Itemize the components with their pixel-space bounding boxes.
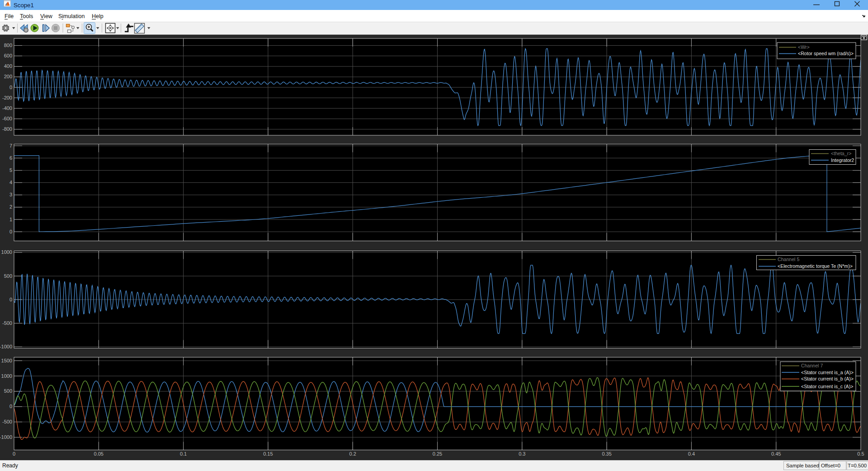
svg-text:200: 200	[4, 74, 12, 79]
svg-text:Offset=0: Offset=0	[821, 463, 840, 468]
svg-text:0: 0	[9, 229, 12, 234]
svg-text:-500: -500	[2, 419, 12, 424]
svg-text:0.3: 0.3	[519, 451, 525, 457]
svg-text:<theta_r>: <theta_r>	[831, 151, 851, 156]
svg-text:2: 2	[9, 204, 12, 209]
svg-text:File: File	[5, 13, 14, 19]
svg-text:5: 5	[9, 167, 12, 173]
svg-text:4: 4	[9, 180, 12, 185]
svg-text:0: 0	[9, 85, 12, 90]
svg-text:1000: 1000	[1, 373, 12, 379]
svg-text:0.5: 0.5	[857, 451, 864, 457]
svg-text:-1000: -1000	[0, 434, 12, 440]
svg-text:6: 6	[9, 155, 12, 161]
svg-text:500: 500	[4, 388, 12, 394]
svg-text:500: 500	[4, 273, 12, 279]
svg-text:0: 0	[9, 297, 12, 302]
svg-text:0.45: 0.45	[771, 451, 781, 457]
svg-text:<Wr>: <Wr>	[798, 44, 810, 50]
svg-text:-600: -600	[2, 116, 12, 121]
svg-text:0.2: 0.2	[349, 451, 356, 457]
svg-text:Tools: Tools	[20, 13, 33, 19]
svg-text:-1000: -1000	[0, 344, 12, 349]
svg-text:View: View	[40, 13, 53, 19]
svg-text:<Stator current is_a (A)>: <Stator current is_a (A)>	[801, 370, 854, 375]
svg-text:0: 0	[13, 451, 15, 457]
svg-text:Channel 5: Channel 5	[778, 257, 799, 262]
svg-text:600: 600	[4, 53, 12, 58]
svg-text:-200: -200	[2, 95, 12, 100]
svg-text:800: 800	[4, 43, 12, 48]
svg-text:-400: -400	[2, 105, 12, 111]
svg-text:<Stator current is_c (A)>: <Stator current is_c (A)>	[801, 384, 853, 389]
svg-text:1: 1	[9, 217, 12, 222]
svg-text:0.05: 0.05	[94, 451, 104, 457]
svg-text:Simulation: Simulation	[58, 13, 85, 19]
svg-text:Channel 7: Channel 7	[801, 363, 823, 368]
svg-text:0: 0	[9, 404, 12, 409]
svg-text:-500: -500	[2, 320, 12, 326]
svg-text:<Rotor speed wm (rad/s)>: <Rotor speed wm (rad/s)>	[798, 51, 854, 56]
svg-text:Help: Help	[92, 13, 104, 19]
svg-text:0.35: 0.35	[602, 451, 611, 457]
svg-text:Scope1: Scope1	[14, 2, 34, 9]
svg-text:7: 7	[9, 143, 12, 148]
svg-text:0.4: 0.4	[688, 451, 695, 457]
svg-text:Integrator2: Integrator2	[831, 157, 854, 163]
svg-text:0.15: 0.15	[263, 451, 273, 457]
svg-text:1500: 1500	[1, 358, 12, 363]
svg-text:1000: 1000	[1, 249, 12, 255]
svg-text:400: 400	[4, 63, 12, 69]
svg-text:<Electromagnetic torque Te (N*: <Electromagnetic torque Te (N*m)>	[778, 263, 853, 269]
svg-text:T=0.500: T=0.500	[848, 463, 867, 468]
svg-text:0.1: 0.1	[180, 451, 187, 457]
svg-text:0.25: 0.25	[433, 451, 442, 457]
svg-text:<Stator current is_b (A)>: <Stator current is_b (A)>	[801, 376, 854, 381]
svg-text:Ready: Ready	[2, 462, 18, 469]
svg-text:-800: -800	[2, 126, 12, 132]
svg-text:3: 3	[9, 192, 12, 197]
svg-text:Sample based: Sample based	[786, 463, 819, 468]
